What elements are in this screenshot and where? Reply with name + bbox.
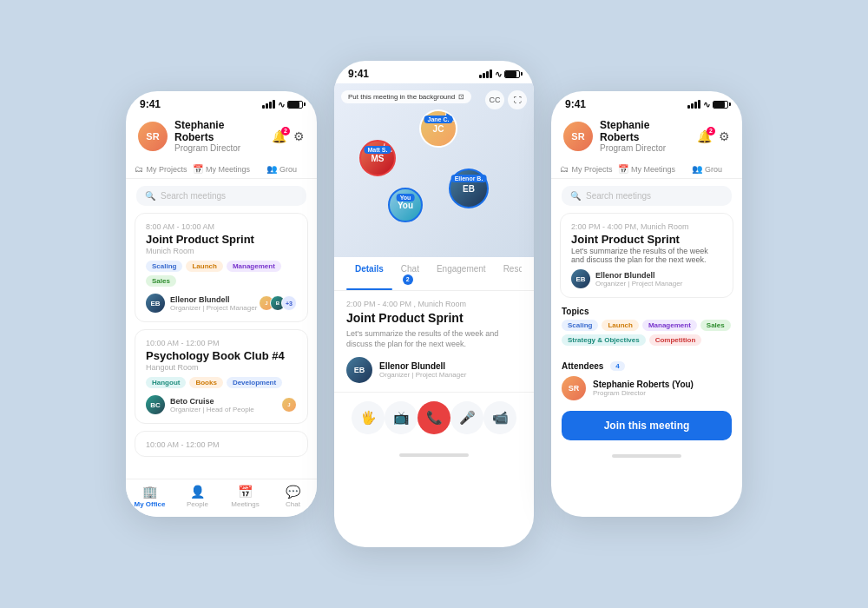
participant-name-ellenor: Ellenor B. (451, 175, 487, 182)
attendee-info-stephanie: Stephanie Roberts (You) Program Director (593, 380, 694, 397)
home-indicator-right (551, 447, 742, 465)
profile-role-right: Program Director (600, 143, 690, 153)
meetings-nav-icon: 📅 (238, 485, 253, 499)
bottom-nav-people[interactable]: 👤 People (174, 485, 221, 508)
attendee-row-stephanie: SR Stephanie Roberts (You) Program Direc… (551, 373, 742, 404)
left-phone: 9:41 ∿ SR Stephanie Roberts Program Dire… (126, 91, 317, 517)
right-organizer-name: Ellenor Blundell (595, 271, 682, 280)
participant-name-you: You (397, 194, 415, 202)
meeting-time-1: 8:00 AM - 10:00 AM (146, 222, 297, 231)
status-icons-right: ∿ (687, 100, 728, 109)
profile-header-left: SR Stephanie Roberts Program Director 🔔 … (126, 114, 317, 160)
right-organizer-role: Organizer | Project Manager (595, 280, 682, 287)
right-organizer-info: EB Ellenor Blundell Organizer | Project … (571, 269, 682, 288)
tag-launch: Launch (186, 261, 222, 272)
battery-icon-right (713, 101, 728, 109)
bg-label-text: Put this meeting in the background (348, 93, 455, 101)
detail-organizer-avatar: EB (346, 357, 372, 383)
tab-projects-label-left: My Projects (146, 165, 187, 174)
attendees-header: Attendees 4 (551, 358, 742, 373)
tab-my-meetings-left[interactable]: 📅 My Meetings (191, 160, 252, 178)
right-tag-launch: Launch (602, 320, 638, 331)
right-phone: 9:41 ∿ SR Stephanie Roberts Program Dire… (551, 91, 742, 517)
settings-icon-right[interactable]: ⚙ (719, 129, 730, 143)
notification-icon-left[interactable]: 🔔 2 (272, 129, 286, 143)
video-controls-overlay: CC ⛶ (485, 90, 527, 109)
mute-button[interactable]: 🎤 (450, 401, 483, 434)
tab-group-left[interactable]: 👥 Grou (253, 160, 310, 178)
meetings-nav-label: Meetings (231, 500, 259, 508)
tab-chat[interactable]: Chat 2 (392, 257, 428, 290)
right-organizer-avatar: EB (571, 269, 590, 288)
meeting-card-3[interactable]: 10:00 AM - 12:00 PM (135, 431, 308, 457)
right-meeting-title: Joint Product Sprint (571, 233, 722, 246)
organizer-name-1: Ellenor Blundell (170, 295, 257, 304)
notification-icon-right[interactable]: 🔔 2 (697, 129, 712, 143)
fullscreen-button[interactable]: ⛶ (508, 90, 527, 109)
header-icons-right: 🔔 2 ⚙ (697, 129, 730, 143)
avatar-left: SR (138, 122, 168, 151)
myoffice-icon: 🏢 (142, 485, 157, 499)
tab-my-projects-right[interactable]: 🗂 My Projects (558, 160, 615, 178)
status-time-center: 9:41 (348, 68, 369, 80)
profile-role-left: Program Director (174, 143, 265, 153)
raise-hand-button[interactable]: 🖐 (352, 401, 385, 434)
projects-icon-left: 🗂 (135, 164, 143, 174)
end-call-button[interactable]: 📞 (418, 401, 450, 434)
bg-label[interactable]: Put this meeting in the background ⊡ (341, 90, 471, 103)
cc-button[interactable]: CC (485, 90, 504, 109)
settings-icon-left[interactable]: ⚙ (293, 129, 305, 143)
search-bar-left[interactable]: 🔍 Search meetings (136, 186, 306, 206)
bottom-nav-myoffice[interactable]: 🏢 My Office (126, 485, 174, 508)
attendee-role-stephanie: Program Director (593, 389, 694, 397)
tag-hangout: Hangout (146, 377, 186, 388)
tab-projects-label-right: My Projects (571, 165, 612, 174)
tab-group-right[interactable]: 👥 Grou (679, 160, 735, 178)
tag-development: Development (227, 377, 282, 388)
tab-meetings-label-left: My Meetings (206, 165, 250, 174)
detail-organizer: EB Ellenor Blundell Organizer | Project … (346, 357, 522, 383)
battery-icon-left (287, 101, 303, 109)
tab-details-label: Details (355, 264, 384, 274)
video-button[interactable]: 📹 (483, 401, 516, 434)
meeting-room-1: Munich Room (146, 247, 297, 255)
detail-time: 2:00 PM - 4:00 PM , Munich Room (346, 300, 522, 308)
meeting-time-3: 10:00 AM - 12:00 PM (146, 440, 297, 449)
tab-group-label-right: Grou (705, 165, 722, 174)
bottom-nav-meetings[interactable]: 📅 Meetings (221, 485, 269, 508)
right-tag-sales: Sales (700, 320, 731, 331)
participant-name-jane: Jane C. (424, 116, 453, 123)
detail-tabs: Details Chat 2 Engagement Resour (334, 257, 534, 291)
tab-meetings-label-right: My Meetings (631, 165, 675, 174)
join-meeting-button[interactable]: Join this meeting (562, 411, 732, 440)
bottom-nav-chat[interactable]: 💬 Chat (269, 485, 317, 508)
group-icon-left: 👥 (266, 164, 277, 174)
meeting-detail-card-right[interactable]: 2:00 PM - 4:00 PM, Munich Room Joint Pro… (560, 213, 733, 298)
tab-my-meetings-right[interactable]: 📅 My Meetings (616, 160, 677, 178)
organizer-avatar-1: EB (146, 294, 165, 313)
meeting-card-2[interactable]: 10:00 AM - 12:00 PM Psychology Book Club… (135, 329, 308, 424)
status-bar-center: 9:41 ∿ (334, 61, 534, 83)
meeting-card-1[interactable]: 8:00 AM - 10:00 AM Joint Product Sprint … (135, 213, 308, 322)
battery-icon-center (504, 70, 520, 78)
chat-label: Chat (286, 500, 300, 508)
signal-icon-right (687, 100, 700, 109)
attendees-label: Attendees (562, 361, 603, 371)
attendee-count-1: +3 (281, 295, 297, 311)
notif-badge-right: 2 (707, 127, 715, 135)
right-topics-tags: Scaling Launch Management Sales Strategy… (551, 320, 742, 351)
screen-share-button[interactable]: 📺 (385, 401, 418, 434)
bottom-nav-left: 🏢 My Office 👤 People 📅 Meetings 💬 Chat (126, 479, 317, 517)
organizer-row-1: EB Ellenor Blundell Organizer | Project … (146, 294, 297, 313)
tab-details[interactable]: Details (346, 257, 392, 290)
attendee-name-stephanie: Stephanie Roberts (You) (593, 380, 694, 389)
header-icons-left: 🔔 2 ⚙ (272, 129, 305, 143)
tab-resources[interactable]: Resour (495, 257, 522, 290)
meetings-icon-right: 📅 (618, 164, 628, 174)
tab-engagement[interactable]: Engagement (428, 257, 495, 290)
tab-my-projects-left[interactable]: 🗂 My Projects (133, 160, 189, 178)
search-icon-right: 🔍 (570, 191, 581, 201)
notif-badge-left: 2 (281, 127, 290, 135)
search-bar-right[interactable]: 🔍 Search meetings (562, 186, 732, 206)
organizer-name-2: Beto Cruise (170, 397, 254, 406)
